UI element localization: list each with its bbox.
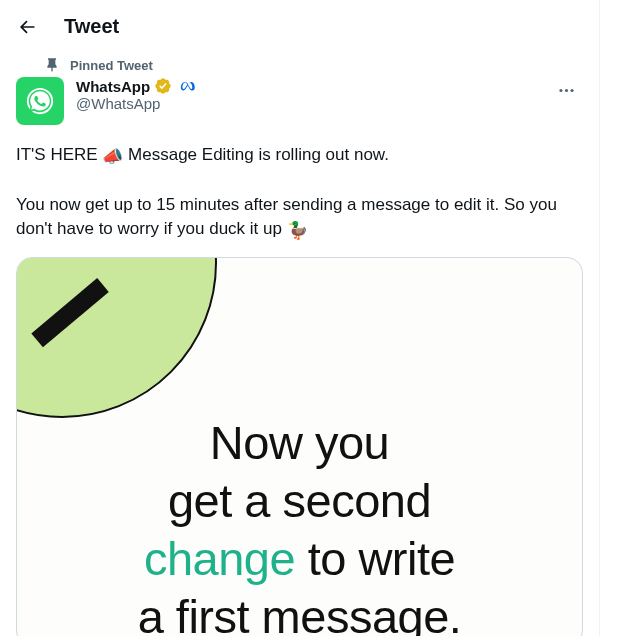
verified-badge-icon: [154, 77, 172, 95]
svg-point-2: [564, 88, 567, 91]
text-segment: IT'S HERE: [16, 145, 102, 164]
decorative-hand: [65, 352, 81, 416]
back-button[interactable]: [10, 10, 44, 44]
svg-point-3: [570, 88, 573, 91]
display-name: WhatsApp: [76, 78, 150, 95]
svg-point-1: [559, 88, 562, 91]
author-row: WhatsApp @WhatsApp: [16, 77, 583, 125]
media-line: get a second: [168, 474, 431, 527]
media-headline: Now you get a second change to write a f…: [17, 414, 582, 636]
right-sidebar-sliver: [616, 0, 625, 636]
megaphone-emoji: 📣: [102, 145, 123, 169]
tweet-text: IT'S HERE 📣 Message Editing is rolling o…: [16, 143, 583, 243]
avatar[interactable]: [16, 77, 64, 125]
arrow-left-icon: [17, 17, 37, 37]
tweet-media[interactable]: Now you get a second change to write a f…: [16, 257, 583, 636]
pinned-label: Pinned Tweet: [70, 58, 153, 73]
duck-emoji: 🦆: [287, 219, 308, 243]
text-segment: Message Editing is rolling out now.: [123, 145, 389, 164]
pinned-indicator: Pinned Tweet: [16, 57, 583, 73]
media-line: Now you: [210, 416, 389, 469]
tweet: Pinned Tweet WhatsApp: [0, 53, 599, 636]
author-name-line[interactable]: WhatsApp: [76, 77, 549, 95]
media-line: to write: [295, 532, 455, 585]
meta-affiliate-icon: [180, 78, 196, 94]
whatsapp-logo-icon: [25, 86, 55, 116]
media-accent-word: change: [144, 532, 295, 585]
handle[interactable]: @WhatsApp: [76, 95, 549, 112]
media-line: a first message.: [138, 590, 462, 636]
page-title: Tweet: [64, 15, 119, 38]
page-header: Tweet: [0, 0, 599, 53]
more-button[interactable]: [549, 73, 583, 107]
ellipsis-icon: [557, 81, 576, 100]
pin-icon: [44, 57, 60, 73]
